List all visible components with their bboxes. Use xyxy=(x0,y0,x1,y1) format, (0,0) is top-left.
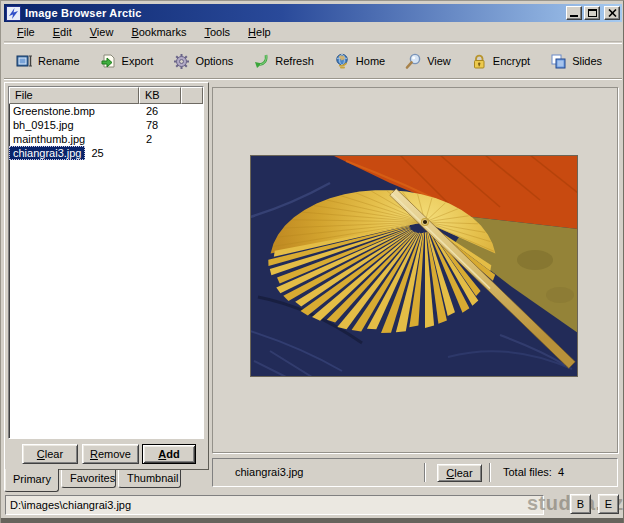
add-button-label-rest: dd xyxy=(166,448,179,460)
maximize-icon xyxy=(588,9,597,17)
menu-edit-label-rest: dit xyxy=(60,26,72,38)
home-button[interactable]: Home xyxy=(330,50,389,73)
file-row[interactable]: Greenstone.bmp 26 xyxy=(9,104,203,118)
info-bar: chiangrai3.jpg Clear Total files:4 xyxy=(212,458,618,487)
view-button-label: View xyxy=(427,55,451,67)
column-header-stub xyxy=(181,87,203,104)
current-filename: chiangrai3.jpg xyxy=(235,466,304,478)
menu-bookmarks[interactable]: Bookmarks xyxy=(122,24,195,41)
file-row-selected[interactable]: chiangrai3.jpg 25 xyxy=(9,146,203,160)
add-button[interactable]: Add xyxy=(142,444,196,464)
file-name: Greenstone.bmp xyxy=(9,104,139,118)
window-controls xyxy=(566,6,620,20)
refresh-icon xyxy=(253,53,270,70)
file-size: 2 xyxy=(139,132,181,146)
remove-button[interactable]: Remove xyxy=(82,444,139,464)
window-bottom-edge xyxy=(1,518,624,523)
minimize-icon xyxy=(570,15,578,17)
preview-panel xyxy=(212,87,618,453)
file-size: 26 xyxy=(139,104,181,118)
remove-button-label-rest: emove xyxy=(98,448,131,460)
encrypt-icon xyxy=(471,53,488,70)
options-icon xyxy=(173,53,190,70)
menu-bar: File Edit View Bookmarks Tools Help xyxy=(4,23,622,42)
title-bar[interactable]: Image Browser Arctic xyxy=(4,4,622,22)
file-size: 25 xyxy=(85,146,127,160)
view-icon xyxy=(405,53,422,70)
app-icon xyxy=(6,6,21,21)
status-path-field: D:\images\chiangrai3.jpg xyxy=(5,495,544,515)
close-icon xyxy=(608,9,617,17)
menu-bookmarks-label: B xyxy=(131,26,138,38)
file-panel: File KB Greenstone.bmp 26 bh_0915.jpg 78… xyxy=(4,82,209,470)
file-list[interactable]: File KB Greenstone.bmp 26 bh_0915.jpg 78… xyxy=(8,86,204,439)
export-button-label: Export xyxy=(122,55,154,67)
divider xyxy=(424,463,426,482)
menu-file-label-rest: ile xyxy=(24,26,35,38)
app-window: Image Browser Arctic File Edit View Book… xyxy=(0,0,624,523)
menu-file-label: F xyxy=(17,26,24,38)
slides-icon xyxy=(550,53,567,70)
exit-button[interactable]: Exit xyxy=(618,50,624,73)
remove-button-label: R xyxy=(90,448,98,460)
window-title: Image Browser Arctic xyxy=(25,7,142,19)
file-row[interactable]: bh_0915.jpg 78 xyxy=(9,118,203,132)
rename-button[interactable]: Rename xyxy=(12,50,84,73)
tab-primary[interactable]: Primary xyxy=(4,469,59,492)
slides-button-label: Slides xyxy=(572,55,602,67)
file-list-header: File KB xyxy=(9,87,203,104)
info-clear-button[interactable]: Clear xyxy=(437,464,482,482)
clear-button-label: C xyxy=(37,448,45,460)
menu-help-label: H xyxy=(248,26,256,38)
total-files-value: 4 xyxy=(558,466,564,478)
file-name: chiangrai3.jpg xyxy=(9,146,85,160)
divider xyxy=(489,463,491,482)
clear-button[interactable]: Clear xyxy=(22,444,78,464)
rename-icon xyxy=(16,53,33,70)
clear-button-label-rest: lear xyxy=(45,448,63,460)
tab-favorites[interactable]: Favorites xyxy=(61,470,116,488)
export-icon xyxy=(100,53,117,70)
total-files: Total files:4 xyxy=(503,466,564,478)
export-button[interactable]: Export xyxy=(96,50,158,73)
minimize-button[interactable] xyxy=(566,6,582,20)
view-button[interactable]: View xyxy=(401,50,455,73)
home-icon xyxy=(334,53,351,70)
total-files-label: Total files: xyxy=(503,466,552,478)
menu-file[interactable]: File xyxy=(8,24,44,41)
toolbar: Rename Export Options Refresh Home xyxy=(4,43,622,79)
status-e-button[interactable]: E xyxy=(598,494,619,514)
info-clear-button-label-rest: lear xyxy=(454,467,472,479)
options-button-label: Options xyxy=(195,55,233,67)
refresh-button[interactable]: Refresh xyxy=(249,50,318,73)
close-button[interactable] xyxy=(604,6,620,20)
menu-help-label-rest: elp xyxy=(256,26,271,38)
home-button-label: Home xyxy=(356,55,385,67)
options-button[interactable]: Options xyxy=(169,50,237,73)
menu-edit-label: E xyxy=(53,26,60,38)
menu-help[interactable]: Help xyxy=(239,24,280,41)
file-name: mainthumb.jpg xyxy=(9,132,139,146)
menu-bookmarks-label-rest: ookmarks xyxy=(139,26,187,38)
encrypt-button[interactable]: Encrypt xyxy=(467,50,534,73)
column-header-file[interactable]: File xyxy=(9,87,139,104)
encrypt-button-label: Encrypt xyxy=(493,55,530,67)
rename-button-label: Rename xyxy=(38,55,80,67)
tab-thumbnail[interactable]: Thumbnail xyxy=(118,470,181,488)
menu-edit[interactable]: Edit xyxy=(44,24,81,41)
preview-image xyxy=(250,155,578,377)
column-header-kb[interactable]: KB xyxy=(139,87,181,104)
menu-tools-label-rest: ools xyxy=(210,26,230,38)
refresh-button-label: Refresh xyxy=(275,55,314,67)
menu-tools[interactable]: Tools xyxy=(195,24,239,41)
menu-view-label: V xyxy=(90,26,97,38)
slides-button[interactable]: Slides xyxy=(546,50,606,73)
maximize-button[interactable] xyxy=(584,6,600,20)
status-b-button[interactable]: B xyxy=(570,494,591,514)
file-size: 78 xyxy=(139,118,181,132)
menu-view[interactable]: View xyxy=(81,24,123,41)
file-name: bh_0915.jpg xyxy=(9,118,139,132)
menu-view-label-rest: iew xyxy=(97,26,114,38)
file-row[interactable]: mainthumb.jpg 2 xyxy=(9,132,203,146)
